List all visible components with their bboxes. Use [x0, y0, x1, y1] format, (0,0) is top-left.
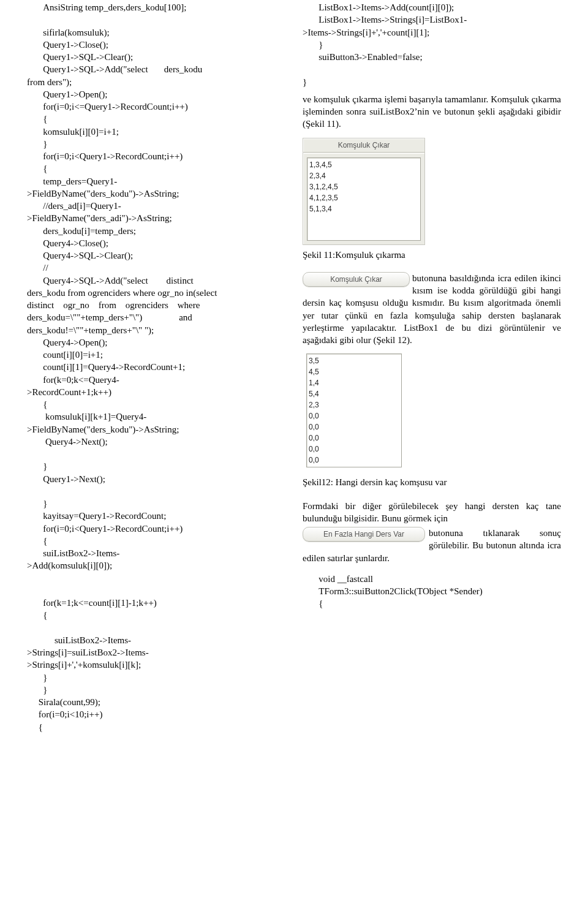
panel-title: Komşuluk Çıkar [303, 138, 424, 154]
paragraph-3-pre: Formdaki bir diğer görülebilecek şey han… [303, 500, 561, 525]
figure-caption-11: Şekil 11:Komşuluk çıkarma [303, 249, 561, 261]
komsuluk-cikar-button[interactable]: Komşuluk Çıkar [303, 272, 410, 287]
code-block-right-2: void __fastcall TForm3::suiButton2Click(… [303, 573, 561, 610]
panel-komsuluk-cikar: Komşuluk Çıkar 1,3,4,5 2,3,4 3,1,2,4,5 4… [303, 138, 425, 245]
figure-caption-12: Şekil12: Hangi dersin kaç komşusu var [303, 476, 561, 488]
listbox-ders-count[interactable]: 3,5 4,5 1,4 5,4 2,3 0,0 0,0 0,0 0,0 0,0 [306, 353, 402, 467]
paragraph-1: ve komşuluk çıkarma işlemi başarıyla tam… [303, 93, 561, 130]
listbox-komsuluk[interactable]: 1,3,4,5 2,3,4 3,1,2,4,5 4,1,2,3,5 5,1,3,… [307, 157, 421, 241]
code-block-left: AnsiString temp_ders,ders_kodu[100]; sif… [27, 1, 285, 733]
code-block-right-1: ListBox1->Items->Add(count[i][0]); ListB… [303, 1, 561, 88]
en-fazla-hangi-ders-button[interactable]: En Fazla Hangi Ders Var [303, 527, 425, 542]
paragraph-2: Komşuluk Çıkar butonuna basıldığında icr… [303, 272, 561, 347]
paragraph-3-post-wrap: En Fazla Hangi Ders Var butonuna tıklana… [303, 527, 561, 564]
